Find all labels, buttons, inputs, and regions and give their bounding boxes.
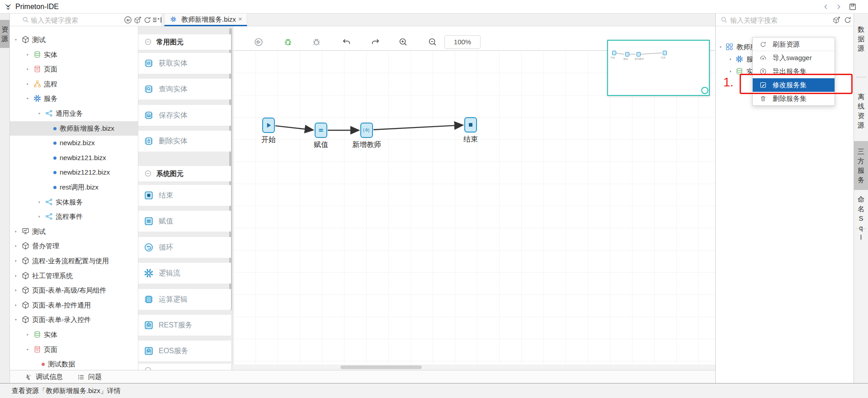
blue-dot-icon bbox=[53, 142, 57, 145]
explorer-header: AI 文 bbox=[10, 14, 161, 26]
palette-item-删除实体[interactable]: 删除实体 bbox=[138, 131, 231, 152]
tree-item-教师新增服务.bizx[interactable]: 教师新增服务.bizx bbox=[10, 121, 138, 136]
zoom-in-icon[interactable] bbox=[398, 37, 408, 47]
chip-search-icon bbox=[143, 84, 154, 95]
tree-item-label: 督办管理 bbox=[32, 239, 59, 253]
palette-item-赋值[interactable]: 赋值 bbox=[138, 211, 231, 232]
refresh-icon[interactable] bbox=[143, 15, 152, 24]
tree-item-服务[interactable]: 服务 bbox=[10, 91, 138, 106]
explorer-search-input[interactable] bbox=[30, 15, 102, 25]
bug-icon[interactable] bbox=[311, 37, 321, 47]
blue-dot-icon bbox=[53, 127, 57, 130]
run-icon[interactable] bbox=[254, 37, 264, 47]
tree-item-督办管理[interactable]: 督办管理 bbox=[10, 239, 138, 253]
redo-icon[interactable] bbox=[370, 37, 380, 47]
menu-item-label: 导入swagger bbox=[773, 51, 812, 65]
tree-item-newbiz.bizx[interactable]: newbiz.bizx bbox=[10, 136, 138, 150]
back-icon[interactable] bbox=[822, 3, 830, 11]
tree-item-rest调用.bizx[interactable]: rest调用.bizx bbox=[10, 180, 138, 194]
flow-icon bbox=[33, 80, 42, 88]
gear-icon bbox=[33, 94, 42, 103]
tree-item-实体[interactable]: 实体 bbox=[10, 47, 138, 62]
ai-icon[interactable]: AI bbox=[123, 15, 132, 24]
menu-item-修改服务集[interactable]: 修改服务集 bbox=[753, 78, 835, 92]
tree-item-newbiz1212.bizx[interactable]: newbiz1212.bizx bbox=[10, 165, 138, 180]
problems-button[interactable]: 问题 bbox=[77, 370, 102, 384]
minimap-resize-handle[interactable] bbox=[701, 87, 708, 94]
tree-item-通用业务[interactable]: 通用业务 bbox=[10, 106, 138, 121]
service-search-input[interactable] bbox=[729, 15, 820, 25]
flow-node-新增教师[interactable]: {}R bbox=[360, 123, 373, 138]
menu-item-label: 删除服务集 bbox=[773, 92, 807, 105]
new-package-icon[interactable] bbox=[832, 15, 841, 24]
debug-icon[interactable] bbox=[283, 37, 293, 47]
flow-node-开始[interactable] bbox=[262, 118, 275, 133]
save-icon[interactable] bbox=[848, 2, 857, 11]
right-strip-tab-char: 资 bbox=[858, 112, 864, 119]
red-dot-icon bbox=[42, 363, 45, 366]
palette-item-获取实体[interactable]: 获取实体 bbox=[138, 53, 231, 74]
menu-item-删除服务集[interactable]: 删除服务集 bbox=[753, 92, 835, 105]
tree-item-页面-表单-控件通用[interactable]: 页面-表单-控件通用 bbox=[10, 298, 138, 313]
menu-item-导出服务集[interactable]: 导出服务集 bbox=[753, 65, 835, 78]
flow-canvas[interactable]: 开始赋值{}R新增教师结束 bbox=[233, 51, 715, 365]
tree-item-测试[interactable]: 测试 bbox=[10, 33, 138, 47]
tree-item-测试数据[interactable]: 测试数据 bbox=[10, 357, 138, 370]
right-strip-tab-三方服务[interactable]: 三方服务 bbox=[854, 141, 868, 190]
tree-item-页面[interactable]: 页面 bbox=[10, 342, 138, 357]
blue-dot-icon bbox=[53, 171, 57, 174]
status-text: 查看资源「教师新增服务.bizx」详情 bbox=[12, 384, 121, 398]
tree-item-流程[interactable]: 流程 bbox=[10, 77, 138, 91]
strip-tab-resources[interactable]: 资源 bbox=[0, 20, 9, 48]
palette-item-label: 保存实体 bbox=[159, 105, 188, 126]
palette-item-逻辑流[interactable]: 逻辑流 bbox=[138, 263, 231, 284]
tree-item-label: 服务 bbox=[44, 91, 57, 106]
palette-item-REST服务[interactable]: {}RREST服务 bbox=[138, 315, 231, 336]
menu-item-刷新资源[interactable]: 刷新资源 bbox=[753, 38, 835, 51]
flow-node-结束[interactable] bbox=[464, 117, 477, 133]
refresh-icon[interactable] bbox=[843, 15, 852, 24]
tree-item-newbiz121.bizx[interactable]: newbiz121.bizx bbox=[10, 151, 138, 165]
minimap[interactable]: 开始赋值新增教师结束 bbox=[607, 40, 710, 96]
palette-section-header[interactable]: 常用图元 bbox=[138, 34, 231, 50]
search-icon bbox=[22, 16, 30, 24]
palette-item-结束[interactable]: 结束 bbox=[138, 185, 231, 206]
debug-bar: 调试信息 问题 bbox=[10, 370, 715, 383]
tree-item-测试[interactable]: 测试 bbox=[10, 224, 138, 239]
tree-item-实体[interactable]: 实体 bbox=[10, 327, 138, 342]
palette-section-header[interactable]: 系统图元 bbox=[138, 166, 231, 181]
palette-item-保存实体[interactable]: 保存实体 bbox=[138, 105, 231, 126]
right-strip-tab-char: 离 bbox=[858, 93, 864, 100]
forward-icon[interactable] bbox=[835, 3, 843, 11]
palette-item-查询实体[interactable]: 查询实体 bbox=[138, 79, 231, 100]
tree-item-流程事件[interactable]: 流程事件 bbox=[10, 209, 138, 224]
palette-item-EOS服务[interactable]: {}EEOS服务 bbox=[138, 341, 231, 361]
tree-item-社工管理系统[interactable]: 社工管理系统 bbox=[10, 269, 138, 283]
canvas-hscrollbar-thumb[interactable] bbox=[340, 365, 422, 369]
minimap-node bbox=[663, 51, 667, 55]
flow-node-赋值[interactable] bbox=[315, 123, 327, 138]
palette-item-循环[interactable]: 循环 bbox=[138, 237, 231, 258]
tree-item-label: 实体 bbox=[44, 47, 57, 62]
undo-icon[interactable] bbox=[342, 37, 352, 47]
chevron-right-icon bbox=[14, 244, 18, 248]
tree-item-页面-表单-高级/布局组件[interactable]: 页面-表单-高级/布局组件 bbox=[10, 283, 138, 298]
strip-tab-label-char: 资 bbox=[1, 25, 8, 33]
collapse-list-icon[interactable] bbox=[151, 15, 160, 24]
chip-solid-icon bbox=[143, 294, 154, 305]
close-tab-icon[interactable]: × bbox=[238, 14, 242, 25]
right-strip-tab-命名Sql[interactable]: 命名Sql bbox=[854, 191, 868, 246]
tree-item-流程-业务流程配置与使用[interactable]: 流程-业务流程配置与使用 bbox=[10, 254, 138, 268]
right-strip-tab-离线资源[interactable]: 离线资源 bbox=[854, 88, 868, 133]
tree-item-页面-表单-录入控件[interactable]: 页面-表单-录入控件 bbox=[10, 313, 138, 327]
right-strip-tab-数据源[interactable]: 数据源 bbox=[854, 21, 868, 57]
debug-info-button[interactable]: 调试信息 bbox=[24, 370, 63, 384]
palette-item-运算逻辑[interactable]: 运算逻辑 bbox=[138, 289, 231, 310]
menu-item-导入swagger[interactable]: 导入swagger bbox=[753, 51, 835, 65]
new-package-icon[interactable] bbox=[133, 15, 142, 24]
zoom-out-icon[interactable] bbox=[428, 37, 438, 47]
tree-item-页面[interactable]: 页面 bbox=[10, 62, 138, 76]
editor-tab[interactable]: 教师新增服务.bizx × bbox=[164, 14, 247, 26]
tree-item-实体服务[interactable]: 实体服务 bbox=[10, 195, 138, 209]
zoom-level-box[interactable]: 100% bbox=[444, 35, 481, 49]
